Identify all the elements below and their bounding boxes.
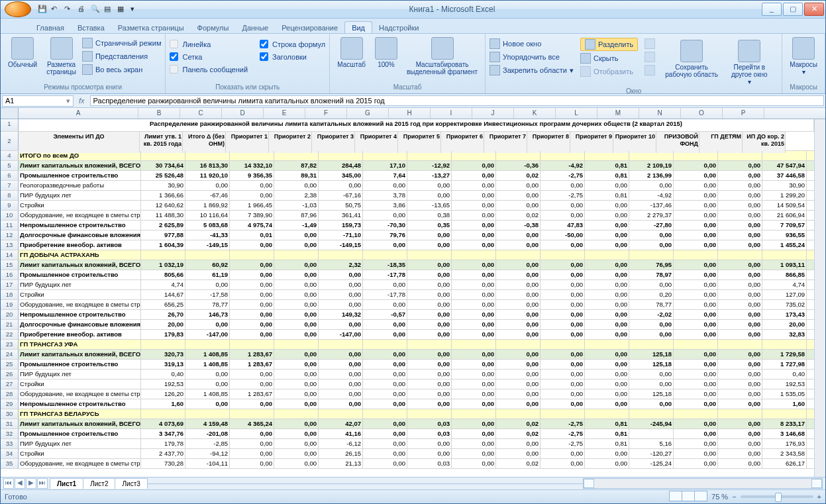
unhide-button[interactable]: Отобразить (580, 66, 638, 77)
sheet-nav-first[interactable]: ⏮ (3, 478, 14, 489)
sheet-nav-next[interactable]: ▶ (26, 478, 36, 489)
office-button[interactable] (5, 1, 31, 17)
column-header[interactable]: A (19, 108, 138, 119)
data-cell: 0,00 (363, 419, 407, 428)
preview-icon[interactable]: 🔍 (91, 5, 100, 14)
ribbon-tab-разметка страницы[interactable]: Разметка страницы (111, 22, 191, 33)
sheet-tab[interactable]: Лист3 (115, 478, 147, 489)
zoom-level[interactable]: 75 % (711, 493, 728, 501)
data-cell: 21 606,94 (762, 211, 807, 220)
data-cell: 320,73 (141, 350, 185, 359)
view-mode-buttons[interactable] (670, 491, 707, 503)
vertical-scrollbar[interactable] (814, 119, 825, 477)
column-header[interactable]: I (431, 108, 472, 119)
data-cell: 0,00 (363, 429, 407, 438)
hide-button[interactable]: Скрыть (580, 52, 638, 64)
column-header[interactable]: N (639, 108, 681, 119)
ribbon-tab-надстройки[interactable]: Надстройки (372, 22, 425, 33)
fullscreen-button[interactable]: Во весь экран (82, 64, 162, 76)
qat-icon[interactable]: ▦ (117, 5, 127, 14)
quick-access-toolbar: 💾 ↶ ↷ 🖨 🔍 ▤ ▦ ▾ (1, 1, 144, 17)
sync-scroll-button[interactable] (645, 51, 655, 63)
data-cell: -147,00 (319, 330, 363, 339)
qat-dropdown-icon[interactable]: ▾ (130, 5, 140, 14)
sheet-tab[interactable]: Лист1 (50, 478, 83, 489)
ribbon-tab-главная[interactable]: Главная (30, 22, 71, 33)
sheet-nav-last[interactable]: ⏭ (37, 478, 48, 489)
ribbon-tab-вид[interactable]: Вид (344, 21, 372, 33)
view-page-layout-button[interactable]: Разметка страницы (43, 35, 79, 77)
macros-button[interactable]: Макросы ▾ (786, 35, 821, 77)
custom-views-button[interactable]: Представления (82, 50, 162, 62)
arrange-all-button[interactable]: Упорядочить все (490, 51, 574, 63)
page-break-view-button[interactable]: Страничный режим (82, 37, 162, 49)
fx-icon[interactable]: fx (75, 97, 89, 105)
close-button[interactable]: ✕ (804, 3, 824, 16)
column-header[interactable]: H (389, 108, 431, 119)
maximize-button[interactable]: ▢ (783, 3, 803, 16)
ruler-checkbox[interactable]: Линейка (170, 39, 248, 49)
column-header[interactable]: P (723, 108, 764, 119)
reset-position-button[interactable] (645, 64, 655, 76)
side-by-side-button[interactable] (645, 38, 655, 50)
column-header[interactable]: J (472, 108, 514, 119)
column-header[interactable]: E (264, 108, 305, 119)
data-cell: 0,00 (452, 230, 496, 240)
data-cell: 0,00 (718, 270, 762, 279)
new-window-button[interactable]: Новое окно (490, 38, 574, 50)
message-bar-checkbox[interactable]: Панель сообщений (170, 64, 248, 74)
select-all-corner[interactable] (1, 108, 19, 119)
horizontal-scrollbar[interactable] (583, 478, 823, 489)
zoom-to-selection-button[interactable]: Масштабировать выделенный фрагмент (403, 35, 481, 77)
save-icon[interactable]: 💾 (38, 5, 47, 14)
zoom-out-button[interactable]: − (732, 493, 736, 501)
freeze-panes-button[interactable]: Закрепить области ▾ (490, 64, 574, 76)
gridlines-checkbox[interactable]: Сетка (170, 52, 248, 62)
name-box[interactable]: A1▾ (2, 95, 74, 107)
ribbon-tab-вставка[interactable]: Вставка (71, 22, 111, 33)
data-cell: 0,00 (452, 171, 496, 180)
switch-windows-button[interactable]: Перейти в другое окно ▾ (728, 38, 771, 87)
data-cell (363, 340, 407, 349)
column-header[interactable]: C (180, 108, 222, 119)
column-header[interactable]: G (347, 108, 389, 119)
data-cell: 0,00 (407, 300, 452, 309)
print-icon[interactable]: 🖨 (77, 5, 87, 14)
data-cell: 0,81 (585, 439, 629, 448)
redo-icon[interactable]: ↷ (64, 5, 74, 14)
zoom-100-button[interactable]: 100% (372, 35, 401, 77)
column-header[interactable]: O (681, 108, 723, 119)
formula-bar-checkbox[interactable]: Строка формул (260, 39, 325, 49)
zoom-slider[interactable] (741, 495, 813, 498)
data-cell (319, 409, 363, 419)
headings-checkbox[interactable]: Заголовки (260, 52, 325, 62)
data-cell (452, 151, 496, 160)
worksheet-grid[interactable]: ABCDEFGHIJKLMNOP 1Распределение ранжиров… (1, 108, 825, 477)
undo-icon[interactable]: ↶ (51, 5, 60, 14)
column-header[interactable]: L (556, 108, 597, 119)
data-cell: 0,00 (541, 260, 585, 270)
view-normal-button[interactable]: Обычный (5, 35, 40, 77)
sheet-tab[interactable]: Лист2 (83, 478, 115, 489)
zoom-button[interactable]: Масштаб (334, 35, 369, 77)
ribbon-tab-данные[interactable]: Данные (235, 22, 275, 33)
ribbon-tab-формулы[interactable]: Формулы (191, 22, 236, 33)
data-cell: 0,00 (718, 449, 762, 458)
split-button[interactable]: Разделить (580, 38, 638, 51)
ribbon-tab-рецензирование[interactable]: Рецензирование (275, 22, 344, 33)
data-cell: 0,00 (274, 389, 319, 399)
data-cell: 0,00 (363, 300, 407, 309)
column-header[interactable]: K (514, 108, 556, 119)
qat-icon[interactable]: ▤ (104, 5, 113, 14)
column-header[interactable]: F (305, 108, 347, 119)
column-header[interactable]: B (138, 108, 180, 119)
zoom-in-button[interactable]: + (817, 493, 821, 501)
column-header[interactable]: M (597, 108, 639, 119)
save-workspace-button[interactable]: Сохранить рабочую область (662, 38, 721, 87)
column-header[interactable]: D (222, 108, 264, 119)
sheet-nav-prev[interactable]: ◀ (15, 478, 25, 489)
data-cell: 0,00 (185, 399, 230, 409)
formula-input[interactable]: Распределение ранжированной величины лим… (90, 95, 824, 106)
data-cell: 0,00 (496, 280, 541, 289)
minimize-button[interactable]: _ (762, 3, 782, 16)
